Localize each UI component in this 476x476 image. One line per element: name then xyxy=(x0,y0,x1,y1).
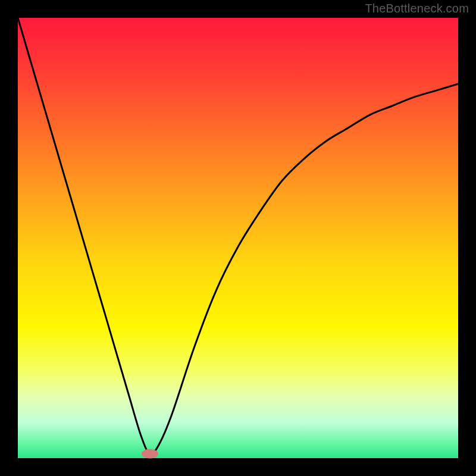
minimum-marker xyxy=(142,449,158,459)
bottleneck-chart: TheBottleneck.com xyxy=(0,0,476,476)
chart-svg xyxy=(0,0,476,476)
plot-background xyxy=(18,18,458,458)
attribution-text: TheBottleneck.com xyxy=(365,2,469,15)
